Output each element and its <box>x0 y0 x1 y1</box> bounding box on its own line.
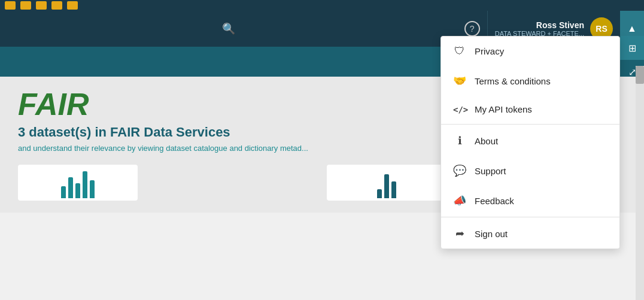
bar-2 <box>68 177 73 198</box>
grid-icon: ⊞ <box>628 43 636 54</box>
bar-1 <box>61 186 66 198</box>
chart-card-2 <box>327 165 446 201</box>
user-name: Ross Stiven <box>495 20 584 30</box>
sign-out-label: Sign out <box>475 229 508 239</box>
user-text: Ross Stiven DATA STEWARD + FACETE... <box>495 20 584 37</box>
favicon-dot-4 <box>51 1 62 10</box>
dropdown-item-privacy[interactable]: 🛡 Privacy <box>441 37 619 66</box>
info-icon: ℹ <box>453 134 466 147</box>
menu-divider-2 <box>441 217 619 217</box>
bar-3 <box>75 183 80 198</box>
user-dropdown-menu: 🛡 Privacy 🤝 Terms & conditions </> My AP… <box>441 36 620 249</box>
dropdown-item-about[interactable]: ℹ About <box>441 126 619 156</box>
favicon-dot-2 <box>20 1 31 10</box>
feedback-label: Feedback <box>475 196 514 206</box>
favicon-bar <box>0 0 644 11</box>
signout-icon: ➦ <box>453 227 466 240</box>
favicon-dot-1 <box>5 1 16 10</box>
about-label: About <box>475 136 498 146</box>
dataset-count: 3 <box>18 125 29 140</box>
bar-8 <box>391 181 396 198</box>
shield-icon: 🛡 <box>453 45 466 57</box>
handshake-icon: 🤝 <box>453 74 466 87</box>
dropdown-item-feedback[interactable]: 📣 Feedback <box>441 186 619 216</box>
search-icon[interactable]: 🔍 <box>222 22 235 35</box>
chevron-up-icon: ▲ <box>627 23 637 34</box>
help-button[interactable]: ? <box>457 21 487 37</box>
scrollbar-thumb[interactable] <box>636 66 644 84</box>
search-area: 🔍 <box>0 22 457 35</box>
help-icon: ? <box>464 21 480 37</box>
bar-5 <box>90 180 95 198</box>
dataset-title-text: dataset(s) in FAIR Data Services <box>29 125 230 140</box>
megaphone-icon: 📣 <box>453 194 466 207</box>
chat-icon: 💬 <box>453 164 466 177</box>
dropdown-item-api-tokens[interactable]: </> My API tokens <box>441 96 619 123</box>
bar-4 <box>83 171 87 198</box>
terms-label: Terms & conditions <box>475 76 551 86</box>
grid-view-button[interactable]: ⊞ <box>620 36 644 60</box>
dropdown-item-terms[interactable]: 🤝 Terms & conditions <box>441 66 619 96</box>
bar-6 <box>377 189 382 198</box>
code-icon: </> <box>453 105 466 114</box>
support-label: Support <box>475 166 506 176</box>
privacy-label: Privacy <box>475 46 504 56</box>
menu-divider-1 <box>441 124 619 125</box>
dropdown-item-support[interactable]: 💬 Support <box>441 156 619 186</box>
fair-logo-text: FAIR <box>18 87 89 122</box>
scrollbar-track[interactable] <box>636 66 644 300</box>
favicon-dot-3 <box>36 1 47 10</box>
chart-card-1 <box>18 165 138 201</box>
api-tokens-label: My API tokens <box>475 104 532 114</box>
dropdown-item-sign-out[interactable]: ➦ Sign out <box>441 219 619 249</box>
expand-icon: ⤢ <box>628 66 636 78</box>
favicon-dot-5 <box>67 1 78 10</box>
bar-7 <box>384 174 389 198</box>
